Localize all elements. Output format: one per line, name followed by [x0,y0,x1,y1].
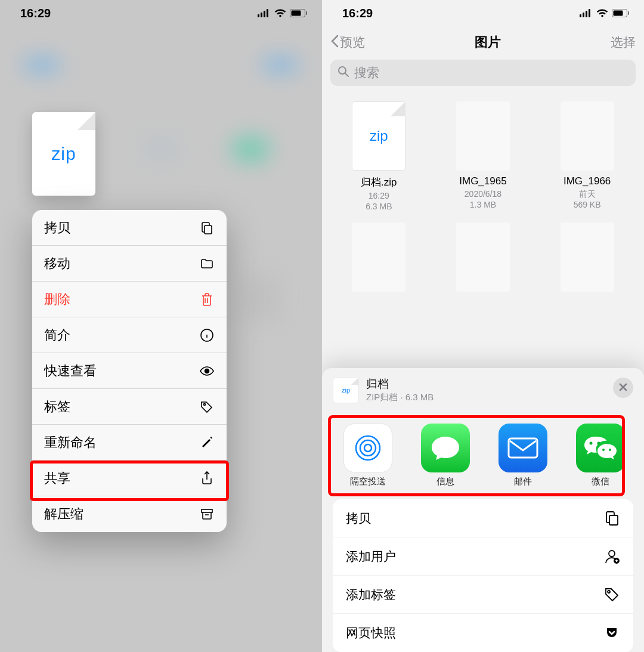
ctx-copy[interactable]: 拷贝 [32,210,227,246]
context-menu: 拷贝 移动 删除 简介 快速查看 标签 重新命名 共享 [32,210,227,532]
svg-rect-14 [586,11,587,17]
ctx-rename-label: 重新命名 [44,434,97,452]
wifi-icon [596,9,608,17]
file-item[interactable]: zip 归档.zip 16:296.3 MB [327,101,431,223]
search-placeholder: 搜索 [354,64,379,81]
share-app-messages[interactable]: 信息 [409,424,482,487]
ctx-tags-label: 标签 [44,398,70,416]
action-label: 添加用户 [346,548,396,565]
ctx-rename[interactable]: 重新命名 [32,425,227,461]
share-app-more[interactable] [642,424,644,487]
trash-icon [199,292,215,307]
file-item[interactable]: IMG_1966 前天569 KB [535,101,639,223]
share-icon [199,471,215,486]
back-button[interactable]: 预览 [330,34,365,51]
app-label: 邮件 [514,476,532,487]
mail-icon [499,424,547,472]
close-icon [618,381,628,395]
file-meta: 16:296.3 MB [366,190,392,212]
add-user-icon [603,548,620,565]
back-label: 预览 [340,34,365,51]
svg-rect-28 [609,515,618,525]
ctx-quicklook-label: 快速查看 [44,362,97,380]
file-item[interactable] [535,223,639,302]
ctx-move-label: 移动 [44,255,70,273]
svg-point-21 [360,440,376,456]
ctx-share[interactable]: 共享 [32,461,227,496]
share-app-airdrop[interactable]: 隔空投送 [332,424,404,487]
svg-rect-15 [589,9,590,17]
ctx-tags[interactable]: 标签 [32,389,227,425]
app-label: 隔空投送 [350,476,386,487]
ctx-uncompress[interactable]: 解压缩 [32,496,227,532]
sheet-header: zip 归档 ZIP归档 · 6.3 MB [322,368,644,413]
action-label: 网页快照 [346,625,396,641]
file-meta: 2020/6/181.3 MB [465,189,501,210]
ctx-uncompress-label: 解压缩 [44,505,83,523]
search-input[interactable]: 搜索 [330,60,636,86]
folder-icon [199,256,215,271]
copy-icon [199,220,215,236]
action-websnap[interactable]: 网页快照 [333,614,633,652]
svg-point-20 [364,444,371,452]
file-item[interactable]: IMG_1965 2020/6/181.3 MB [431,101,535,223]
action-adduser[interactable]: 添加用户 [333,537,633,576]
nav-bar: 预览 图片 选择 [322,26,644,55]
tag-icon [603,586,620,603]
tag-icon [199,399,215,415]
share-app-wechat[interactable]: 微信 [564,424,637,487]
close-button[interactable] [613,378,633,398]
ctx-delete[interactable]: 删除 [32,282,227,317]
sheet-thumb: zip [333,377,359,403]
file-grid: zip 归档.zip 16:296.3 MB IMG_1965 2020/6/1… [322,91,644,302]
svg-point-25 [597,442,600,445]
info-icon [199,327,215,343]
wechat-icon [576,424,625,472]
share-actions: 拷贝 添加用户 添加标签 网页快照 [333,499,633,652]
sheet-title: 归档 [366,376,434,392]
file-name: IMG_1966 [564,175,611,187]
right-phone: 16:29 预览 图片 选择 搜索 zip 归档.zip 16:296.3 MB… [322,0,644,652]
file-name: 归档.zip [361,175,397,189]
ctx-share-label: 共享 [44,469,70,487]
img-thumb [456,223,510,292]
sheet-subtitle: ZIP归档 · 6.3 MB [366,392,434,403]
file-item[interactable] [327,223,431,302]
app-label: 信息 [436,476,454,487]
svg-rect-11 [202,509,212,512]
svg-rect-17 [614,11,623,16]
status-indicators [580,9,630,17]
airdrop-icon [343,424,392,472]
svg-rect-13 [583,13,584,17]
ctx-info[interactable]: 简介 [32,317,227,353]
messages-icon [421,424,470,472]
svg-point-10 [204,403,206,405]
action-label: 添加标签 [346,586,396,603]
action-copy[interactable]: 拷贝 [333,499,633,537]
svg-rect-12 [580,14,581,17]
svg-point-26 [602,449,605,451]
file-item[interactable] [431,223,535,302]
pencil-icon [199,435,215,450]
status-bar: 16:29 [322,0,644,26]
svg-point-24 [590,442,593,445]
img-thumb [561,223,614,292]
zip-label: zip [51,144,76,164]
share-sheet: zip 归档 ZIP归档 · 6.3 MB 隔空投送 信息 [322,368,644,652]
action-addtags[interactable]: 添加标签 [333,576,633,614]
eye-icon [199,363,215,379]
share-app-mail[interactable]: 邮件 [487,424,559,487]
svg-point-19 [339,67,346,74]
img-thumb [456,101,510,171]
copy-icon [603,510,620,527]
ctx-move[interactable]: 移动 [32,246,227,282]
share-apps-row: 隔空投送 信息 邮件 微信 [322,413,644,493]
ctx-copy-label: 拷贝 [44,219,70,237]
app-label: 微信 [592,476,609,487]
select-button[interactable]: 选择 [611,34,636,51]
signal-icon [580,9,593,17]
svg-rect-7 [205,225,212,234]
archive-icon [199,506,215,522]
ctx-quicklook[interactable]: 快速查看 [32,353,227,389]
file-name: IMG_1965 [459,175,506,187]
